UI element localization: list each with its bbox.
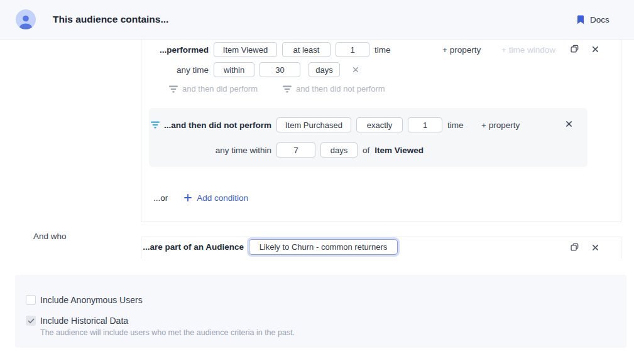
audience-condition-card: ...are part of an Audience [141,237,621,259]
time-window-row: any time within days [214,62,359,77]
sub-window-unit-select[interactable]: days [320,142,358,158]
audience-row: ...are part of an Audience [249,238,398,255]
sub-add-property-button[interactable]: + property [481,117,520,132]
docs-link[interactable]: Docs [577,0,609,39]
frequency-operator-select[interactable]: at least [282,42,331,57]
sub-condition-row: ...and then did not perform Item Purchas… [276,117,464,132]
sub-condition-label: ...and then did not perform [164,120,271,130]
frequency-count-input[interactable] [336,42,369,57]
performed-row: ...performed Item Viewed at least time [214,42,391,57]
page-title: This audience contains... [53,0,168,39]
sub-event-select[interactable]: Item Purchased [276,117,351,132]
of-event-label: Item Viewed [374,146,424,155]
remove-time-window-button[interactable] [353,67,359,73]
then-did-perform-option[interactable]: and then did perform [169,84,258,94]
include-anonymous-label: Include Anonymous Users [40,295,143,305]
plus-icon [184,194,192,201]
or-label: ...or [153,193,168,203]
any-time-label: any time [177,62,209,77]
event-condition-card: ...performed Item Viewed at least time +… [141,40,621,222]
include-historical-label: Include Historical Data [40,316,128,326]
sub-operator-select[interactable]: exactly [356,117,403,132]
checkbox-checked[interactable] [26,316,36,326]
sub-count-input[interactable] [408,117,442,132]
historical-description: The audience will include users who met … [40,328,295,337]
time-label: time [374,45,391,55]
person-icon [16,11,36,29]
duplicate-audience-condition-button[interactable] [571,243,579,251]
then-did-not-perform-option[interactable]: and then did not perform [283,84,385,94]
audience-prefix-label: ...are part of an Audience [143,238,244,255]
docs-label: Docs [590,15,609,24]
event-select[interactable]: Item Viewed [214,42,277,57]
performed-label: ...performed [160,42,209,57]
close-icon [592,244,599,251]
remove-condition-button[interactable] [592,46,599,53]
include-historical-option[interactable]: Include Historical Data [26,316,128,326]
sub-time-label: time [447,120,464,130]
checkbox-unchecked[interactable] [26,295,36,305]
sub-window-value-input[interactable] [276,142,315,158]
filter-active-icon [151,121,160,129]
filter-icon [169,85,178,93]
copy-icon [571,45,579,53]
sub-remove-button[interactable] [566,120,572,127]
header: This audience contains... Docs [0,0,634,40]
audience-builder: This audience contains... Docs ...perfor… [0,0,634,364]
add-time-window-button: + time window [501,42,555,57]
include-anonymous-option[interactable]: Include Anonymous Users [26,295,143,305]
check-icon [28,318,35,324]
avatar [16,9,36,29]
close-icon [566,120,572,127]
sub-condition-card: ...and then did not perform Item Purchas… [149,108,588,167]
filter-icon [283,85,292,93]
then-did-not-perform-label: and then did not perform [296,84,385,94]
duplicate-condition-button[interactable] [571,45,579,53]
sub-condition-prefix: ...and then did not perform [151,117,271,132]
audience-select-input[interactable] [249,239,398,255]
window-value-input[interactable] [260,62,300,77]
window-unit-select[interactable]: days [309,62,340,77]
then-did-perform-label: and then did perform [182,84,258,94]
bookmark-icon [577,15,584,24]
of-label: of [363,146,369,155]
sub-window-prefix: any time within [216,142,271,158]
audience-options-panel: Include Anonymous Users Include Historic… [15,275,626,348]
add-property-button[interactable]: + property [442,42,481,57]
sequence-options-row: and then did perform and then did not pe… [169,84,385,94]
add-condition-button[interactable]: Add condition [184,193,248,203]
remove-audience-condition-button[interactable] [592,244,599,251]
close-icon [353,67,359,73]
add-condition-label: Add condition [197,193,248,203]
or-row: ...or Add condition [153,193,248,203]
copy-icon [571,243,579,251]
window-operator-select[interactable]: within [214,62,254,77]
close-icon [592,46,599,53]
and-who-label: And who [33,232,67,241]
sub-time-window-row: any time within days of Item Viewed [276,142,424,158]
